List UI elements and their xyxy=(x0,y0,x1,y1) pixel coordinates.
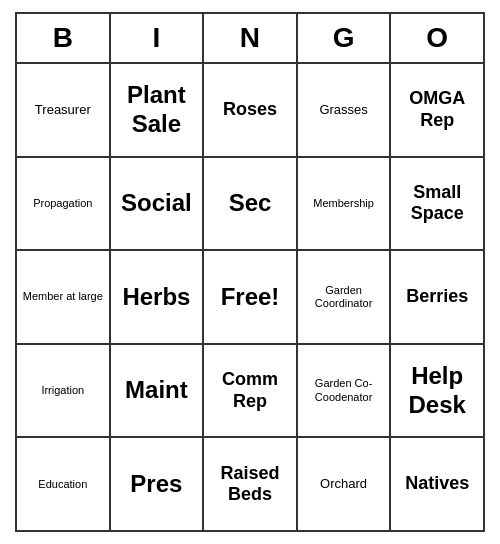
header-n: N xyxy=(204,14,298,62)
cell-2-5: Small Space xyxy=(391,158,483,250)
cell-2-4: Membership xyxy=(298,158,392,250)
cell-3-1: Member at large xyxy=(17,251,111,343)
cell-5-3: Raised Beds xyxy=(204,438,298,530)
bingo-card: B I N G O Treasurer Plant Sale Roses Gra… xyxy=(15,12,485,532)
cell-4-3: Comm Rep xyxy=(204,345,298,437)
bingo-row-3: Member at large Herbs Free! Garden Coord… xyxy=(17,251,483,345)
header-o: O xyxy=(391,14,483,62)
bingo-row-2: Propagation Social Sec Membership Small … xyxy=(17,158,483,252)
bingo-header: B I N G O xyxy=(17,14,483,64)
header-i: I xyxy=(111,14,205,62)
cell-1-1: Treasurer xyxy=(17,64,111,156)
bingo-row-5: Education Pres Raised Beds Orchard Nativ… xyxy=(17,438,483,530)
cell-5-1: Education xyxy=(17,438,111,530)
cell-2-1: Propagation xyxy=(17,158,111,250)
bingo-row-4: Irrigation Maint Comm Rep Garden Co-Cood… xyxy=(17,345,483,439)
cell-5-2: Pres xyxy=(111,438,205,530)
cell-3-5: Berries xyxy=(391,251,483,343)
cell-2-2: Social xyxy=(111,158,205,250)
cell-5-5: Natives xyxy=(391,438,483,530)
cell-4-4: Garden Co-Coodenator xyxy=(298,345,392,437)
cell-4-1: Irrigation xyxy=(17,345,111,437)
bingo-row-1: Treasurer Plant Sale Roses Grasses OMGA … xyxy=(17,64,483,158)
cell-5-4: Orchard xyxy=(298,438,392,530)
cell-4-2: Maint xyxy=(111,345,205,437)
cell-1-4: Grasses xyxy=(298,64,392,156)
header-b: B xyxy=(17,14,111,62)
cell-1-2: Plant Sale xyxy=(111,64,205,156)
cell-4-5: Help Desk xyxy=(391,345,483,437)
cell-3-2: Herbs xyxy=(111,251,205,343)
header-g: G xyxy=(298,14,392,62)
cell-1-5: OMGA Rep xyxy=(391,64,483,156)
cell-3-3-free: Free! xyxy=(204,251,298,343)
cell-2-3: Sec xyxy=(204,158,298,250)
bingo-body: Treasurer Plant Sale Roses Grasses OMGA … xyxy=(17,64,483,530)
cell-1-3: Roses xyxy=(204,64,298,156)
cell-3-4: Garden Coordinator xyxy=(298,251,392,343)
